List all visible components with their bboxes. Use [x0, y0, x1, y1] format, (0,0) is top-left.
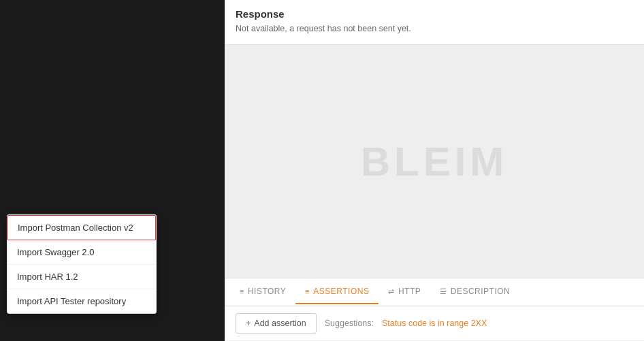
description-tab-icon: ☰	[440, 287, 447, 296]
add-assertion-button[interactable]: + Add assertion	[236, 313, 317, 334]
empty-area: BLEIM	[225, 45, 644, 278]
add-assertion-icon: +	[246, 319, 251, 328]
response-title: Response	[236, 8, 633, 20]
tab-http-label: HTTP	[398, 287, 421, 296]
response-message: Not available, a request has not been se…	[236, 24, 633, 33]
response-section: Response Not available, a request has no…	[225, 0, 644, 45]
app-logo-watermark: BLEIM	[361, 138, 509, 185]
add-assertion-label: Add assertion	[254, 319, 306, 328]
import-swagger-item[interactable]: Import Swagger 2.0	[7, 240, 156, 265]
status-code-suggestion-link[interactable]: Status code is in range 2XX	[382, 319, 487, 328]
import-har-item[interactable]: Import HAR 1.2	[7, 265, 156, 289]
import-api-tester-item[interactable]: Import API Tester repository	[7, 289, 156, 313]
suggestions-label: Suggestions:	[325, 319, 374, 328]
http-tab-icon: ⇌	[388, 287, 395, 296]
tab-assertions-label: ASSERTIONS	[313, 287, 369, 296]
tab-history-label: HISTORY	[248, 287, 286, 296]
tab-http[interactable]: ⇌ HTTP	[379, 280, 430, 304]
history-tab-icon: ≡	[240, 287, 244, 295]
tab-description-label: DESCRIPTION	[451, 287, 511, 296]
sidebar: Import Postman Collection v2 Import Swag…	[0, 0, 225, 341]
assertions-bar: + Add assertion Suggestions: Status code…	[225, 306, 644, 341]
assertions-tab-icon: ≡	[305, 287, 310, 295]
tabs-container: ≡ HISTORY ≡ ASSERTIONS ⇌ HTTP ☰ DESCRIPT…	[225, 278, 644, 306]
tab-history[interactable]: ≡ HISTORY	[230, 280, 295, 304]
import-postman-collection-item[interactable]: Import Postman Collection v2	[7, 215, 156, 240]
tab-assertions[interactable]: ≡ ASSERTIONS	[295, 280, 379, 304]
import-dropdown-menu: Import Postman Collection v2 Import Swag…	[7, 214, 157, 314]
main-content: Response Not available, a request has no…	[225, 0, 644, 341]
tab-description[interactable]: ☰ DESCRIPTION	[430, 280, 519, 304]
